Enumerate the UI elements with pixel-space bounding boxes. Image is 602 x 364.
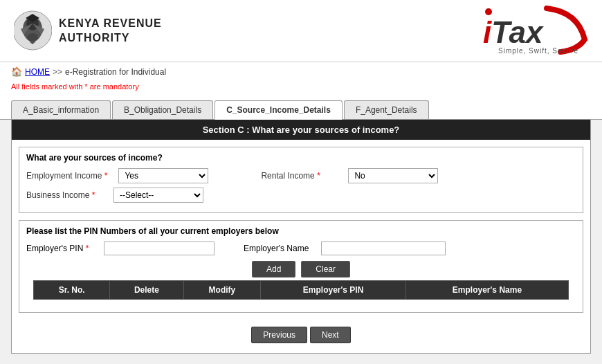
col-delete: Delete — [110, 281, 183, 300]
employer-pin-label: Employer's PIN * — [26, 244, 95, 253]
employer-section-title: Please list the PIN Numbers of all your … — [26, 226, 576, 236]
col-sr-no: Sr. No. — [34, 281, 110, 300]
breadcrumb-page: e-Registration for Individual — [65, 67, 166, 77]
page-header: Kenya Revenue Authority iTax Simple, Swi… — [0, 0, 602, 62]
tab-c-source-income[interactable]: C_Source_Income_Details — [215, 100, 343, 120]
main-content: Section C : What are your sources of inc… — [11, 120, 591, 354]
rental-income-select[interactable]: No Yes — [348, 168, 438, 183]
table-header-row: Sr. No. Delete Modify Employer's PIN Emp… — [34, 281, 569, 300]
svg-point-6 — [27, 33, 38, 42]
previous-button[interactable]: Previous — [251, 327, 307, 343]
col-modify: Modify — [183, 281, 261, 300]
svg-point-9 — [485, 8, 492, 15]
home-icon: 🏠 — [11, 66, 22, 77]
clear-button[interactable]: Clear — [301, 261, 350, 277]
kra-name-line1: Kenya Revenue — [59, 17, 162, 31]
kra-logo-icon — [14, 8, 52, 53]
itax-svg: iTax Simple, Swift, Secure — [477, 5, 588, 57]
col-employer-name: Employer's Name — [405, 281, 568, 300]
svg-text:iTax: iTax — [483, 15, 544, 49]
employer-name-label: Employer's Name — [244, 244, 313, 253]
business-income-select[interactable]: --Select-- Yes No — [113, 188, 203, 203]
tab-b-obligation[interactable]: B_Obligation_Details — [112, 100, 213, 119]
tab-f-agent[interactable]: F_Agent_Details — [344, 100, 429, 119]
income-sources-section: What are your sources of income? Employm… — [19, 147, 583, 213]
mandatory-note: All fields marked with * are mandatory — [0, 81, 602, 95]
svg-text:Simple, Swift, Secure: Simple, Swift, Secure — [498, 47, 578, 55]
add-button[interactable]: Add — [252, 261, 295, 277]
breadcrumb: 🏠 HOME >> e-Registration for Individual — [0, 62, 602, 81]
next-button[interactable]: Next — [310, 327, 351, 343]
employer-name-input[interactable] — [321, 242, 446, 255]
itax-logo: iTax Simple, Swift, Secure — [477, 5, 588, 57]
tabs-container: A_Basic_information B_Obligation_Details… — [0, 95, 602, 120]
income-section-title: What are your sources of income? — [26, 153, 576, 163]
employment-income-row: Employment Income * Yes No Rental Income… — [26, 168, 576, 183]
employer-table: Sr. No. Delete Modify Employer's PIN Emp… — [33, 280, 569, 300]
col-employer-pin: Employer's PIN — [261, 281, 406, 300]
kra-name-line2: Authority — [59, 31, 162, 46]
business-income-row: Business Income * --Select-- Yes No — [26, 188, 576, 203]
kra-logo: Kenya Revenue Authority — [14, 8, 162, 53]
employer-pin-section: Please list the PIN Numbers of all your … — [19, 220, 583, 313]
rental-income-label: Rental Income * — [261, 171, 337, 181]
add-clear-buttons: Add Clear — [26, 261, 576, 277]
breadcrumb-separator: >> — [53, 67, 62, 77]
employer-pin-input[interactable] — [104, 242, 215, 255]
employment-income-select[interactable]: Yes No — [118, 168, 208, 183]
tab-a-basic[interactable]: A_Basic_information — [11, 100, 111, 119]
kra-text: Kenya Revenue Authority — [59, 17, 162, 46]
employer-pin-row: Employer's PIN * Employer's Name — [26, 242, 576, 255]
employment-income-label: Employment Income * — [26, 171, 107, 181]
home-label[interactable]: HOME — [25, 67, 50, 77]
section-header: Section C : What are your sources of inc… — [12, 120, 590, 140]
nav-buttons: Previous Next — [12, 320, 590, 353]
business-income-label: Business Income * — [26, 190, 102, 200]
